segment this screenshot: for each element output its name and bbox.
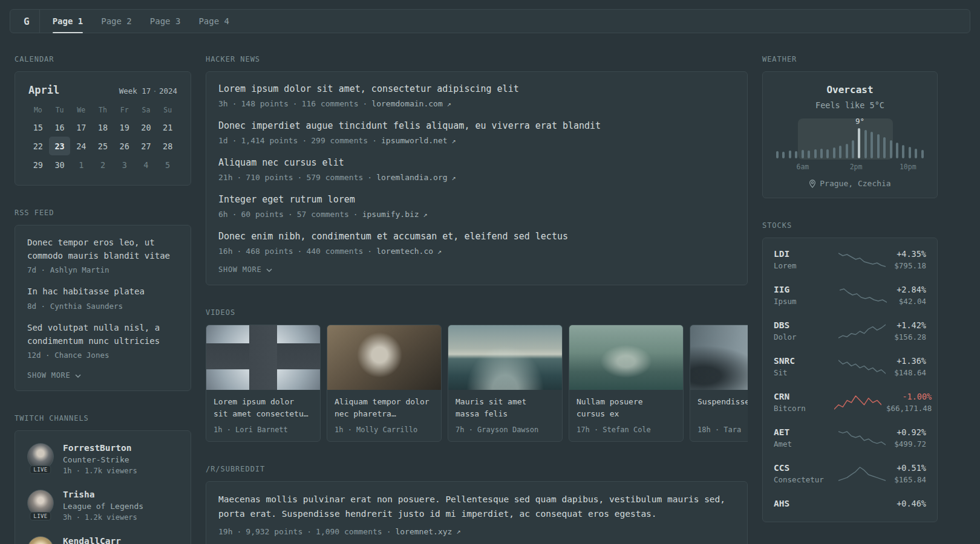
video-meta: 17h · Stefan Cole xyxy=(577,426,676,434)
item-comments-link[interactable]: 299 comments xyxy=(311,136,368,145)
tab-page-1[interactable]: Page 1 xyxy=(44,10,93,33)
video-title[interactable]: Nullam posuere cursus ex xyxy=(577,396,676,420)
video-card[interactable]: Suspendisse diam 18h · Tara xyxy=(690,325,748,442)
twitch-channel[interactable]: LIVE ForrestBurton Counter-Strike 1h · 1… xyxy=(27,442,178,482)
item-domain-link[interactable]: ipsumify.biz xyxy=(362,210,419,219)
twitch-channel-meta: 1h · 1.7k viewers xyxy=(63,467,137,475)
tab-page-2[interactable]: Page 2 xyxy=(92,10,141,33)
video-title[interactable]: Mauris sit amet massa felis xyxy=(456,396,555,420)
item-domain-link[interactable]: loremlandia.org xyxy=(376,173,447,182)
hackernews-item-title[interactable]: Lorem ipsum dolor sit amet, consectetur … xyxy=(218,83,519,94)
twitch-card: LIVE ForrestBurton Counter-Strike 1h · 1… xyxy=(15,430,191,544)
weather-bar xyxy=(871,132,873,158)
stocks-widget: STOCKS LDI Lorem +4.35% $795.18 IIG xyxy=(762,221,938,522)
item-domain-link[interactable]: loremnet.xyz xyxy=(395,527,452,536)
calendar-day-outside: 3 xyxy=(114,155,136,174)
video-card[interactable]: Mauris sit amet massa felis 7h · Grayson… xyxy=(448,325,563,442)
twitch-channel-name[interactable]: ForrestBurton xyxy=(63,443,137,453)
stock-row[interactable]: CCS Consectetur +0.51% $165.84 xyxy=(774,456,926,491)
video-thumbnail[interactable] xyxy=(690,325,748,390)
left-column: CALENDAR April Week 17·2024 Mo Tu We Th … xyxy=(15,55,191,544)
rss-show-more-button[interactable]: SHOW MORE xyxy=(27,371,81,380)
video-title[interactable]: Aliquam tempor dolor nec pharetra… xyxy=(335,396,434,420)
stock-row[interactable]: AHS +0.46% xyxy=(774,491,926,518)
right-column: WEATHER Overcast Feels like 5°C 9° 6am2p… xyxy=(762,55,938,544)
stock-change: +0.51% xyxy=(894,463,926,473)
item-comments-link[interactable]: 57 comments xyxy=(297,210,349,219)
video-title[interactable]: Suspendisse diam xyxy=(697,396,748,420)
stock-symbol[interactable]: AHS xyxy=(774,499,829,508)
video-card[interactable]: Lorem ipsum dolor sit amet consectetu… 1… xyxy=(206,325,321,442)
item-comments-link[interactable]: 116 comments xyxy=(302,99,359,108)
subreddit-post-title[interactable]: Maecenas mollis pulvinar erat non posuer… xyxy=(218,494,725,519)
weather-location-label: Prague, Czechia xyxy=(820,179,890,188)
stock-symbol[interactable]: CCS xyxy=(774,463,829,473)
item-domain-link[interactable]: loremtech.co xyxy=(376,247,433,256)
rss-item-title[interactable]: Sed volutpat nulla nisl, a condimentum n… xyxy=(27,323,160,346)
stock-symbol[interactable]: AET xyxy=(774,427,829,437)
weather-bar xyxy=(909,147,911,158)
stock-symbol[interactable]: CRN xyxy=(774,392,829,401)
video-thumbnail[interactable] xyxy=(327,325,441,390)
hackernews-item-title[interactable]: Integer eget rutrum lorem xyxy=(218,194,355,205)
calendar-day-outside: 4 xyxy=(136,155,157,174)
video-thumbnail[interactable] xyxy=(448,325,562,390)
rss-item-meta: 7d · Ashlyn Martin xyxy=(27,265,178,274)
item-comments-link[interactable]: 1,090 comments xyxy=(316,527,382,536)
stock-row[interactable]: LDI Lorem +4.35% $795.18 xyxy=(774,242,926,277)
item-comments-link[interactable]: 579 comments xyxy=(306,173,363,182)
stock-symbol[interactable]: LDI xyxy=(774,249,829,259)
twitch-channel[interactable]: LIVE Trisha League of Legends 3h · 1.2k … xyxy=(27,482,178,529)
hackernews-item-title[interactable]: Donec imperdiet augue tincidunt felis al… xyxy=(218,120,601,131)
stock-name: Dolor xyxy=(774,332,829,342)
stock-sparkline xyxy=(834,287,892,304)
weather-time-label: 2pm xyxy=(850,163,863,171)
weather-feels-like: Feels like 5°C xyxy=(774,100,926,110)
stock-row[interactable]: CRN Bitcorn -1.00% $66,171.48 xyxy=(774,384,926,420)
item-domain-link[interactable]: ipsumworld.net xyxy=(381,136,448,145)
calendar-day-outside: 5 xyxy=(157,155,178,174)
stock-row[interactable]: IIG Ipsum +2.84% $42.04 xyxy=(774,277,926,313)
separator-dot: · xyxy=(367,247,372,256)
tab-page-3[interactable]: Page 3 xyxy=(141,10,190,33)
stock-price: $42.04 xyxy=(897,297,926,306)
stock-row[interactable]: AET Amet +0.92% $499.72 xyxy=(774,420,926,456)
rss-item-title[interactable]: In hac habitasse platea xyxy=(27,287,145,296)
stock-name: Amet xyxy=(774,439,829,448)
stock-symbol[interactable]: IIG xyxy=(774,285,829,294)
rss-item-title[interactable]: Donec tempor eros leo, ut commodo mauris… xyxy=(27,238,170,261)
day-header: Fr xyxy=(114,102,136,118)
weather-bar xyxy=(877,134,880,158)
item-domain-link[interactable]: loremdomain.com xyxy=(371,99,442,108)
hackernews-item-title[interactable]: Donec enim nibh, condimentum et accumsan… xyxy=(218,231,568,242)
twitch-channel-name[interactable]: Trisha xyxy=(63,490,143,499)
stock-change: +0.92% xyxy=(894,427,926,437)
video-card[interactable]: Nullam posuere cursus ex 17h · Stefan Co… xyxy=(569,325,684,442)
app-logo[interactable]: G xyxy=(20,10,39,33)
stock-symbol[interactable]: SNRC xyxy=(774,356,829,366)
stock-symbol[interactable]: DBS xyxy=(774,320,829,330)
item-comments-link[interactable]: 440 comments xyxy=(306,247,363,256)
stock-row[interactable]: SNRC Sit +1.36% $148.64 xyxy=(774,349,926,384)
separator-dot: · xyxy=(298,173,302,182)
stock-name: Lorem xyxy=(774,261,829,270)
video-card[interactable]: Aliquam tempor dolor nec pharetra… 1h · … xyxy=(327,325,442,442)
hackernews-show-more-button[interactable]: SHOW MORE xyxy=(218,265,272,274)
twitch-channel-name[interactable]: KendallCarr xyxy=(63,536,121,544)
video-thumbnail[interactable] xyxy=(569,325,683,390)
item-age: 3h xyxy=(218,99,228,108)
hackernews-item-title[interactable]: Aliquam nec cursus elit xyxy=(218,157,344,168)
video-title[interactable]: Lorem ipsum dolor sit amet consectetu… xyxy=(214,396,313,420)
stocks-widget-title: STOCKS xyxy=(762,221,938,230)
weather-widget-title: WEATHER xyxy=(762,55,938,63)
stock-row[interactable]: DBS Dolor +1.42% $156.28 xyxy=(774,313,926,349)
subreddit-post-meta: 19h·9,932 points·1,090 comments·loremnet… xyxy=(218,527,735,536)
separator-dot: · xyxy=(288,210,293,219)
calendar-day: 25 xyxy=(92,137,114,155)
calendar-day: 27 xyxy=(136,137,157,155)
hackernews-item-meta: 1d·1,414 points·299 comments·ipsumworld.… xyxy=(218,136,735,145)
tab-page-4[interactable]: Page 4 xyxy=(189,10,238,33)
twitch-channel[interactable]: LIVE KendallCarr xyxy=(27,529,178,544)
top-nav: G Page 1 Page 2 Page 3 Page 4 xyxy=(10,9,970,33)
video-thumbnail[interactable] xyxy=(206,325,320,390)
